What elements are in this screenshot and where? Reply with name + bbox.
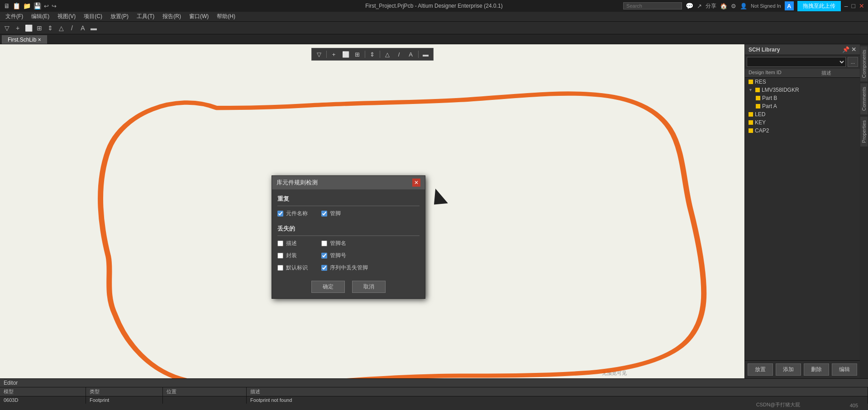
sch-panel-title-label: SCH Library xyxy=(749,47,780,53)
add-icon[interactable]: + xyxy=(13,23,23,33)
missing-col2: 管脚名 管脚号 序列中丢失管脚 xyxy=(321,240,368,274)
tab-schlib[interactable]: First.SchLib × xyxy=(2,35,47,44)
dialog-ok-button[interactable]: 确定 xyxy=(311,281,345,293)
canvas-measure-btn[interactable]: ▬ xyxy=(420,49,431,59)
rect-icon[interactable]: ⬜ xyxy=(24,23,33,33)
menu-edit[interactable]: 编辑(E) xyxy=(28,12,53,21)
sch-item-parta[interactable]: Part A xyxy=(745,102,860,110)
menu-tools[interactable]: 工具(T) xyxy=(133,12,158,21)
missing-checkboxes: 描述 封装 默认标识 xyxy=(277,240,420,274)
dialog-title: 库元件规则检测 xyxy=(277,179,318,187)
edit-button[interactable]: 编辑 xyxy=(832,363,857,376)
line-icon[interactable]: / xyxy=(67,23,77,33)
tab-components[interactable]: Components xyxy=(860,46,868,81)
app-icon-1: 🖥 xyxy=(4,2,10,9)
canvas-toolbar: ▽ + ⬜ ⊞ ⇕ △ / A ▬ xyxy=(311,48,434,61)
panel-pin-btn[interactable]: 📌 xyxy=(842,46,849,53)
canvas-poly-btn[interactable]: △ xyxy=(382,49,393,59)
menu-view[interactable]: 视图(V) xyxy=(54,12,79,21)
text-icon[interactable]: A xyxy=(78,23,88,33)
app-icon-4: 💾 xyxy=(33,2,41,9)
checkbox-pin-no[interactable] xyxy=(321,253,327,259)
menu-project[interactable]: 项目(C) xyxy=(80,12,106,21)
undo-icon[interactable]: ↩ xyxy=(44,3,49,9)
user-icon[interactable]: 👤 xyxy=(740,3,747,9)
filter-icon[interactable]: ▽ xyxy=(2,23,12,33)
measure-icon[interactable]: ▬ xyxy=(89,23,99,33)
component-rule-dialog: 库元件规则检测 ✕ 重复 元件名称 管脚 xyxy=(272,175,425,299)
add-button[interactable]: 添加 xyxy=(776,363,801,376)
settings-icon[interactable]: ⚙ xyxy=(731,3,736,9)
chk-desc-row: 描述 xyxy=(277,240,308,247)
sch-item-key[interactable]: KEY xyxy=(745,118,860,127)
place-button[interactable]: 放置 xyxy=(748,363,773,376)
checkbox-footprint[interactable] xyxy=(277,253,283,259)
delete-button[interactable]: 删除 xyxy=(804,363,829,376)
checkbox-comp-name-row: 元件名称 xyxy=(277,210,308,217)
checkbox-desc[interactable] xyxy=(277,240,283,246)
share-icon[interactable]: ↗ xyxy=(697,3,702,9)
checkbox-pin-name[interactable] xyxy=(321,240,327,246)
dialog-cancel-button[interactable]: 取消 xyxy=(352,281,386,293)
partb-icon xyxy=(756,96,760,100)
not-signed-label: Not Signed In xyxy=(751,3,781,9)
message-icon[interactable]: 💬 xyxy=(686,2,693,9)
menu-bar: 文件(F) 编辑(E) 视图(V) 项目(C) 放置(P) 工具(T) 报告(R… xyxy=(0,12,868,22)
maximize-btn[interactable]: □ xyxy=(852,2,855,9)
chk-missing-pin-row: 序列中丢失管脚 xyxy=(321,264,368,272)
canvas-grid-btn[interactable]: ⊞ xyxy=(352,49,363,59)
canvas-flip-btn[interactable]: ⇕ xyxy=(367,49,378,59)
upload-button[interactable]: 拖拽至此上传 xyxy=(797,1,841,11)
global-search-input[interactable] xyxy=(623,2,682,9)
sch-header-id: Design Item ID xyxy=(749,70,782,76)
canvas-status: 无预览可见 xyxy=(602,370,627,377)
res-icon xyxy=(749,80,753,84)
dialog-close-button[interactable]: ✕ xyxy=(412,179,420,187)
grid-icon[interactable]: ⊞ xyxy=(34,23,44,33)
menu-place[interactable]: 放置(P) xyxy=(107,12,132,21)
checkbox-comp-name[interactable] xyxy=(277,211,283,217)
sch-item-res[interactable]: RES xyxy=(745,78,860,86)
checkbox-pin[interactable] xyxy=(321,211,327,217)
canvas-rect-btn[interactable]: ⬜ xyxy=(340,49,351,59)
sch-item-res-label: RES xyxy=(755,79,766,85)
sch-item-lmv[interactable]: ▼ LMV358IDGKR xyxy=(745,86,860,94)
checkbox-footprint-label: 封装 xyxy=(286,252,297,259)
chk-pin-no-row: 管脚号 xyxy=(321,252,368,259)
right-tabs: Components Comments Properties xyxy=(860,44,868,378)
minimize-btn[interactable]: – xyxy=(844,2,848,9)
sch-search-dropdown[interactable] xyxy=(747,57,846,67)
menu-help[interactable]: 帮助(H) xyxy=(213,12,239,21)
menu-window[interactable]: 窗口(W) xyxy=(186,12,212,21)
sch-item-partb-label: Part B xyxy=(762,95,777,101)
share-label[interactable]: 分享 xyxy=(706,2,716,10)
tab-properties[interactable]: Properties xyxy=(860,117,868,146)
shape-icon[interactable]: △ xyxy=(56,23,66,33)
close-btn[interactable]: ✕ xyxy=(859,2,864,9)
canvas-text-btn[interactable]: A xyxy=(405,49,416,59)
sch-item-key-label: KEY xyxy=(755,119,766,126)
panel-close-btn[interactable]: ✕ xyxy=(851,46,856,53)
canvas-line-btn[interactable]: / xyxy=(394,49,405,59)
sch-item-partb[interactable]: Part B xyxy=(745,94,860,102)
sch-item-cap2[interactable]: CAP2 xyxy=(745,127,860,135)
no-preview-label: 无预览可见 xyxy=(602,370,627,377)
canvas-add-btn[interactable]: + xyxy=(329,49,339,59)
canvas-area[interactable]: ▽ + ⬜ ⊞ ⇕ △ / A ▬ xyxy=(0,44,744,378)
tab-comments[interactable]: Comments xyxy=(860,83,868,114)
section-missing-title: 丢失的 xyxy=(277,225,420,233)
mirror-icon[interactable]: ⇕ xyxy=(45,23,55,33)
redo-icon[interactable]: ↪ xyxy=(52,3,57,9)
menu-file[interactable]: 文件(F) xyxy=(2,12,27,21)
canvas-filter-btn[interactable]: ▽ xyxy=(314,49,324,59)
checkbox-missing-pin[interactable] xyxy=(321,265,327,271)
sch-item-led[interactable]: LED xyxy=(745,110,860,118)
menu-report[interactable]: 报告(R) xyxy=(159,12,185,21)
sch-search-options-btn[interactable]: ... xyxy=(848,57,858,67)
key-icon xyxy=(749,120,753,125)
cap2-icon xyxy=(749,128,753,133)
lmv-icon xyxy=(755,88,760,92)
home-icon[interactable]: 🏠 xyxy=(720,3,727,9)
sch-item-cap2-label: CAP2 xyxy=(755,127,769,134)
checkbox-default-id[interactable] xyxy=(277,265,283,271)
